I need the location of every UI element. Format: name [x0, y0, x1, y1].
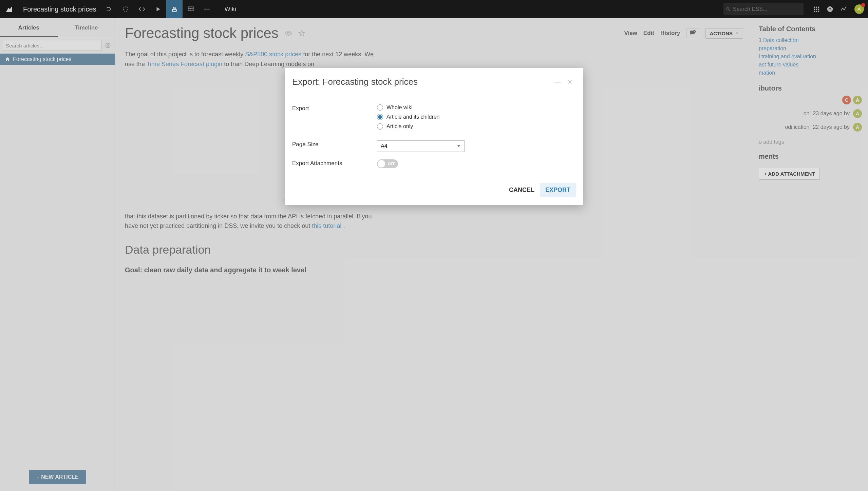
cancel-button[interactable]: CANCEL — [509, 186, 534, 194]
minimize-icon[interactable]: — — [551, 78, 564, 85]
export-button[interactable]: EXPORT — [540, 183, 576, 197]
export-scope-label: Export — [292, 104, 377, 133]
modal-overlay: Export: Forecasting stock prices — ✕ Exp… — [0, 0, 868, 491]
close-icon[interactable]: ✕ — [564, 78, 576, 86]
export-modal: Export: Forecasting stock prices — ✕ Exp… — [285, 68, 583, 205]
radio-article-and-children[interactable]: Article and its children — [377, 114, 576, 120]
radio-whole-wiki[interactable]: Whole wiki — [377, 104, 576, 111]
chevron-down-icon — [457, 144, 461, 148]
page-size-label: Page Size — [292, 140, 377, 152]
modal-title: Export: Forecasting stock prices — [292, 77, 551, 87]
export-attachments-label: Export Attachments — [292, 159, 377, 168]
page-size-select[interactable]: A4 — [377, 140, 465, 152]
export-attachments-toggle[interactable]: OFF — [377, 159, 398, 168]
radio-article-only[interactable]: Article only — [377, 123, 576, 130]
